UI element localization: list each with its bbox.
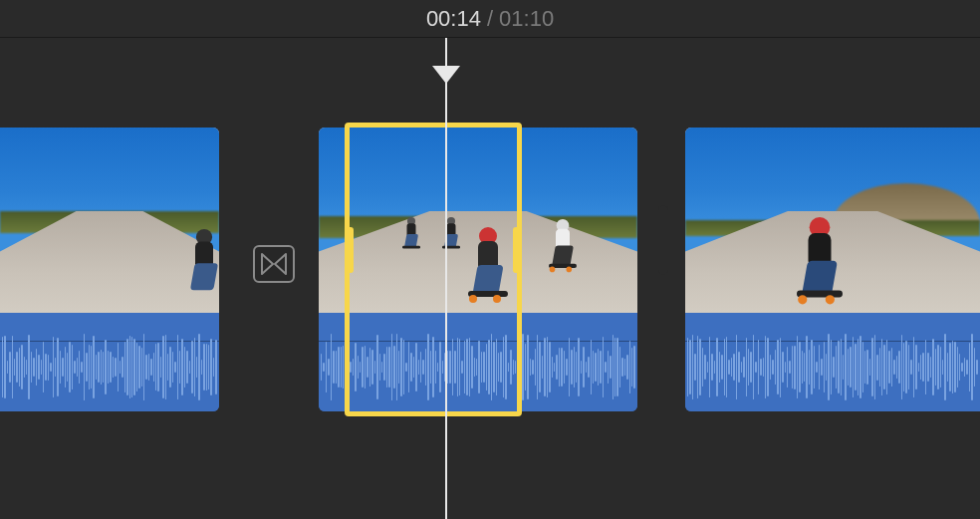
clip-audio-waveform (685, 313, 980, 411)
playhead-line[interactable] (445, 38, 447, 519)
range-handle-left[interactable] (347, 227, 354, 273)
timeline[interactable] (0, 38, 980, 519)
range-selection[interactable] (345, 123, 522, 416)
clip-thumbnail (0, 128, 219, 313)
range-handle-right[interactable] (513, 227, 520, 273)
timecode-separator: / (487, 6, 493, 32)
clip-thumbnail (685, 128, 980, 313)
timeline-clip[interactable] (685, 128, 980, 411)
timecode-total: 01:10 (499, 6, 554, 32)
timecode-current: 00:14 (426, 6, 481, 32)
playhead-marker[interactable] (432, 66, 460, 86)
timeline-clip[interactable] (0, 128, 219, 411)
clip-audio-waveform (0, 313, 219, 411)
timecode-display: 00:14 / 01:10 (0, 0, 980, 38)
clip-edge-handle[interactable] (658, 205, 668, 275)
transition-icon[interactable] (253, 245, 295, 283)
